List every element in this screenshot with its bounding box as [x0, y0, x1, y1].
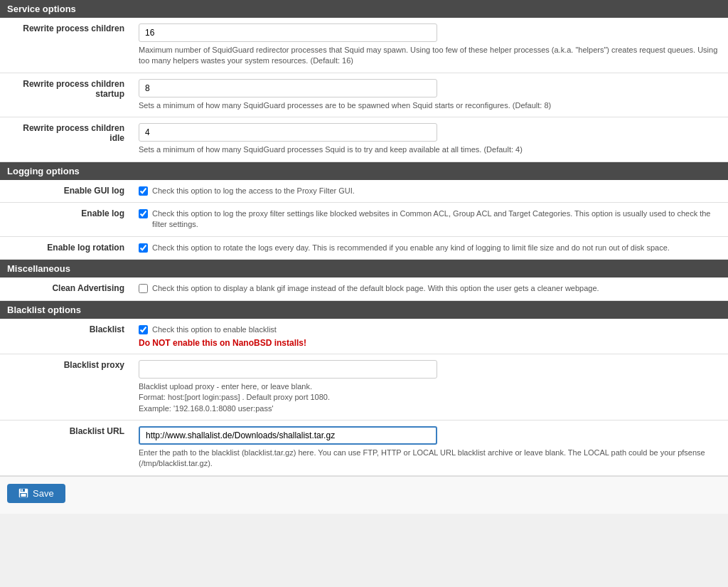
- blacklist-options-header: Blacklist options: [0, 301, 728, 319]
- miscellaneous-table: Clean Advertising Check this option to d…: [0, 277, 728, 300]
- enable-gui-log-checkbox[interactable]: [139, 186, 148, 196]
- table-row: Rewrite process children startup Sets a …: [0, 73, 728, 117]
- blacklist-label: Blacklist: [0, 319, 132, 354]
- table-row: Enable log Check this option to log the …: [0, 202, 728, 236]
- table-row: Rewrite process children idle Sets a min…: [0, 117, 728, 162]
- blacklist-proxy-label: Blacklist proxy: [0, 354, 132, 420]
- table-row: Blacklist URL Enter the path to the blac…: [0, 421, 728, 476]
- blacklist-checkbox[interactable]: [139, 325, 148, 334]
- enable-gui-log-row: Check this option to log the access to t…: [139, 186, 721, 196]
- blacklist-url-content: Enter the path to the blacklist (blackli…: [132, 421, 728, 476]
- enable-gui-log-help: Check this option to log the access to t…: [152, 186, 355, 196]
- clean-advertising-help: Check this option to display a blank gif…: [152, 283, 599, 294]
- rewrite-startup-content: Sets a minimum of how many SquidGuard pr…: [132, 73, 728, 117]
- rewrite-children-help: Maximum number of SquidGuard redirector …: [139, 46, 717, 65]
- rewrite-children-input[interactable]: [139, 23, 437, 42]
- blacklist-url-input[interactable]: [139, 426, 437, 445]
- blacklist-options-table: Blacklist Check this option to enable bl…: [0, 319, 728, 476]
- blacklist-checkbox-row: Check this option to enable blacklist: [139, 324, 721, 335]
- clean-advertising-row: Check this option to display a blank gif…: [139, 283, 721, 294]
- miscellaneous-title: Miscellaneous: [7, 263, 70, 274]
- blacklist-proxy-content: Blacklist upload proxy - enter here, or …: [132, 354, 728, 420]
- blacklist-check-text: Check this option to enable blacklist: [152, 324, 277, 335]
- enable-log-rotation-help: Check this option to rotate the logs eve…: [152, 243, 670, 253]
- rewrite-children-label: Rewrite process children: [0, 18, 132, 73]
- table-row: Blacklist Check this option to enable bl…: [0, 319, 728, 354]
- enable-log-rotation-row: Check this option to rotate the logs eve…: [139, 243, 721, 253]
- blacklist-proxy-help: Blacklist upload proxy - enter here, or …: [139, 381, 707, 414]
- enable-gui-log-label: Enable GUI log: [0, 180, 132, 203]
- clean-advertising-content: Check this option to display a blank gif…: [132, 277, 728, 300]
- blacklist-warning: Do NOT enable this on NanoBSD installs!: [139, 338, 721, 348]
- table-row: Clean Advertising Check this option to d…: [0, 277, 728, 300]
- rewrite-children-content: Maximum number of SquidGuard redirector …: [132, 18, 728, 73]
- svg-rect-4: [21, 494, 26, 497]
- save-label: Save: [33, 488, 54, 499]
- enable-log-help: Check this option to log the proxy filte…: [152, 208, 721, 231]
- rewrite-idle-content: Sets a minimum of how many SquidGuard pr…: [132, 117, 728, 162]
- rewrite-startup-label: Rewrite process children startup: [0, 73, 132, 117]
- rewrite-idle-help: Sets a minimum of how many SquidGuard pr…: [139, 145, 523, 154]
- enable-log-checkbox[interactable]: [139, 209, 148, 218]
- blacklist-url-label: Blacklist URL: [0, 421, 132, 476]
- footer: Save: [0, 476, 728, 514]
- rewrite-idle-label: Rewrite process children idle: [0, 117, 132, 162]
- miscellaneous-header: Miscellaneous: [0, 260, 728, 277]
- blacklist-url-help: Enter the path to the blacklist (blackli…: [139, 448, 705, 467]
- enable-gui-log-content: Check this option to log the access to t…: [132, 180, 728, 203]
- service-options-title: Service options: [7, 4, 76, 14]
- blacklist-proxy-input[interactable]: [139, 360, 437, 379]
- clean-advertising-label: Clean Advertising: [0, 277, 132, 300]
- enable-log-row: Check this option to log the proxy filte…: [139, 208, 721, 231]
- rewrite-startup-input[interactable]: [139, 79, 437, 97]
- enable-log-rotation-label: Enable log rotation: [0, 236, 132, 259]
- logging-options-header: Logging options: [0, 162, 728, 180]
- blacklist-content: Check this option to enable blacklist Do…: [132, 319, 728, 354]
- table-row: Rewrite process children Maximum number …: [0, 18, 728, 73]
- logging-options-table: Enable GUI log Check this option to log …: [0, 180, 728, 260]
- enable-log-rotation-content: Check this option to rotate the logs eve…: [132, 236, 728, 259]
- rewrite-startup-help: Sets a minimum of how many SquidGuard pr…: [139, 101, 551, 110]
- enable-log-rotation-checkbox[interactable]: [139, 243, 148, 253]
- page-wrapper: Service options Rewrite process children…: [0, 0, 728, 514]
- table-row: Enable GUI log Check this option to log …: [0, 180, 728, 203]
- service-options-header: Service options: [0, 0, 728, 18]
- clean-advertising-checkbox[interactable]: [139, 284, 148, 293]
- enable-log-label: Enable log: [0, 202, 132, 236]
- svg-rect-2: [21, 490, 23, 492]
- blacklist-options-title: Blacklist options: [7, 305, 81, 315]
- table-row: Blacklist proxy Blacklist upload proxy -…: [0, 354, 728, 420]
- logging-options-title: Logging options: [7, 166, 80, 176]
- rewrite-idle-input[interactable]: [139, 123, 437, 142]
- enable-log-content: Check this option to log the proxy filte…: [132, 202, 728, 236]
- floppy-disk-icon: [18, 488, 28, 498]
- save-button[interactable]: Save: [7, 484, 65, 503]
- service-options-table: Rewrite process children Maximum number …: [0, 18, 728, 162]
- table-row: Enable log rotation Check this option to…: [0, 236, 728, 259]
